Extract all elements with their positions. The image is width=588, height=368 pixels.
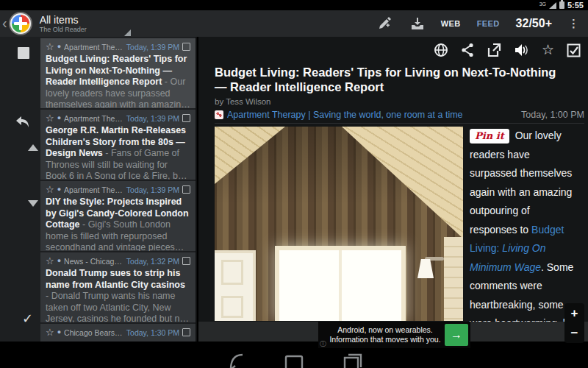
ad-cta-button[interactable]: → (445, 324, 468, 346)
app-logo-icon[interactable] (9, 12, 32, 35)
article-list: ☆ ● Apartment Therapy | Saving t... Toda… (40, 37, 197, 342)
ad-text: Android, now on wearables. Information t… (318, 325, 445, 344)
view-mode-web-button[interactable]: WEB (441, 19, 461, 28)
mark-all-read-icon[interactable]: ✓ (22, 311, 33, 327)
previous-article-icon[interactable] (28, 144, 38, 151)
feed-row: Apartment Therapy | Saving the world, on… (215, 110, 584, 124)
feed-link[interactable]: Apartment Therapy | Saving the world, on… (227, 110, 521, 120)
list-item[interactable]: ☆ ● Apartment Therapy | Saving t... Toda… (40, 110, 196, 180)
item-checkbox[interactable] (182, 185, 190, 194)
status-clock: 5:55 (567, 1, 584, 10)
item-checkbox[interactable] (182, 257, 190, 265)
arrow-right-icon: → (451, 328, 462, 342)
screen: 3G 5:55 ‹ All items The Old Reader WEB F… (0, 0, 588, 368)
item-summary: Budget Living: Readers' Tips for Living … (46, 54, 190, 108)
item-checkbox[interactable] (182, 114, 190, 122)
item-summary: Donald Trump sues to strip his name from… (46, 268, 190, 322)
network-type-label: 3G (539, 1, 546, 7)
article-timestamp: Today, 1:00 PM (521, 110, 584, 120)
spinner-dropdown-icon (124, 29, 131, 36)
action-rail: ✓ (0, 37, 40, 342)
check-square-icon[interactable] (567, 43, 581, 57)
list-item[interactable]: ☆ ● Chicago Bears : News Today, 1:30 PM (40, 324, 196, 342)
article-image[interactable] (215, 127, 463, 321)
select-all-icon[interactable] (18, 47, 29, 59)
share-nodes-icon[interactable] (461, 43, 474, 57)
unread-dot-icon: ● (57, 43, 61, 50)
star-icon[interactable]: ☆ (46, 185, 54, 194)
star-icon[interactable]: ☆ (542, 43, 554, 57)
item-timestamp: Today, 1:39 PM (126, 43, 179, 52)
feed-favicon (215, 110, 223, 119)
star-icon[interactable]: ☆ (46, 256, 54, 266)
nav-recents-icon[interactable] (343, 352, 363, 368)
system-nav-bar (0, 342, 588, 368)
download-icon[interactable] (410, 17, 425, 30)
item-feed-name: News - Chicago Tribune (64, 257, 123, 266)
back-chevron-icon[interactable]: ‹ (0, 15, 9, 33)
item-feed-name: Apartment Therapy | Saving t... (64, 114, 123, 123)
unread-count-button[interactable]: 32/50+ (516, 17, 552, 30)
star-icon[interactable]: ☆ (46, 113, 54, 123)
zoom-out-button[interactable]: − (564, 323, 584, 343)
next-article-icon[interactable] (28, 200, 38, 207)
item-checkbox[interactable] (182, 328, 190, 336)
speaker-icon[interactable] (514, 43, 529, 57)
zoom-in-button[interactable]: + (564, 303, 584, 323)
article-byline: by Tess Wilson (215, 97, 584, 106)
reading-pane: ☆ Budget Living: Readers' Tips for Livin… (198, 37, 588, 342)
pinterest-button[interactable]: Pin it (470, 129, 509, 144)
ad-banner[interactable]: ⓘ Android, now on wearables. Information… (318, 322, 470, 348)
nav-home-icon[interactable] (284, 352, 304, 368)
unread-dot-icon: ● (57, 329, 61, 336)
item-timestamp: Today, 1:32 PM (126, 257, 179, 266)
globe-icon[interactable] (434, 43, 448, 57)
list-item[interactable]: ☆ ● News - Chicago Tribune Today, 1:32 P… (40, 252, 196, 322)
page-title: All items (40, 15, 87, 26)
nav-back-icon[interactable] (226, 352, 245, 368)
star-icon[interactable]: ☆ (46, 42, 54, 52)
compose-icon[interactable] (378, 16, 394, 31)
app-toolbar: ‹ All items The Old Reader WEB FEED 32/5… (0, 10, 588, 37)
reading-pane-toolbar: ☆ (198, 37, 588, 63)
feed-selector[interactable]: All items The Old Reader (40, 15, 131, 33)
article-title: Budget Living: Readers' Tips for Living … (215, 65, 567, 94)
battery-icon (559, 1, 564, 9)
list-item[interactable]: ☆ ● Apartment Therapy | Saving t... Toda… (40, 181, 196, 251)
export-icon[interactable] (487, 43, 501, 57)
item-checkbox[interactable] (182, 43, 190, 51)
unread-dot-icon: ● (57, 258, 61, 264)
signal-icon (549, 2, 556, 9)
item-timestamp: Today, 1:39 PM (126, 185, 179, 194)
unread-dot-icon: ● (57, 115, 61, 121)
account-subtitle: The Old Reader (40, 26, 87, 33)
view-mode-feed-button[interactable]: FEED (477, 19, 500, 28)
item-feed-name: Apartment Therapy | Saving t... (64, 43, 123, 52)
item-timestamp: Today, 1:39 PM (126, 114, 179, 123)
status-bar: 3G 5:55 (0, 0, 588, 10)
item-summary: DIY the Style: Projects Inspired by Gigi… (46, 197, 190, 251)
item-timestamp: Today, 1:30 PM (126, 328, 179, 337)
star-icon[interactable]: ☆ (46, 328, 54, 337)
ad-info-icon[interactable]: ⓘ (320, 341, 326, 347)
item-feed-name: Apartment Therapy | Saving t... (64, 185, 123, 194)
list-item[interactable]: ☆ ● Apartment Therapy | Saving t... Toda… (40, 38, 196, 108)
item-summary: George R.R. Martin Re-Releases Children'… (46, 125, 190, 180)
item-feed-name: Chicago Bears : News (64, 328, 123, 337)
mark-previous-read-icon[interactable] (15, 115, 31, 132)
unread-dot-icon: ● (57, 186, 61, 193)
overflow-menu-icon[interactable]: ⋮ (568, 19, 579, 28)
zoom-controls: + − (564, 303, 584, 343)
